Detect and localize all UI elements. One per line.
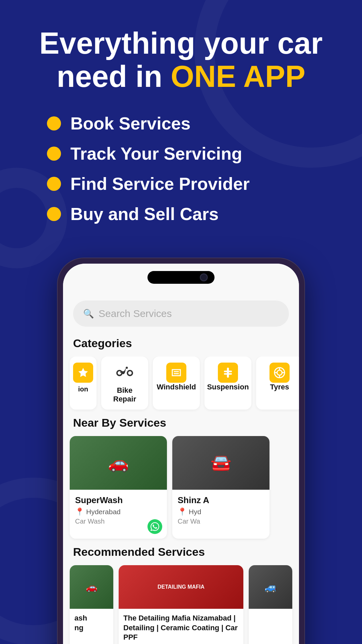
recommended-section: Recommended Services 🚗 ashng (63, 545, 299, 644)
shinz-type: Car Wa (178, 518, 264, 525)
rec-partial-img-sim: 🚗 (70, 565, 113, 609)
superwash-whatsapp-button[interactable] (147, 519, 162, 534)
bike-repair-icon (115, 363, 135, 383)
hero-section: Everything your car need in ONE APP Book… (0, 0, 362, 258)
rec-card-detailing[interactable]: DETAILING MAFIA The Detailing Mafia Niza… (119, 565, 243, 644)
recommended-scroll: 🚗 ashng (63, 565, 299, 644)
svg-rect-3 (224, 373, 232, 375)
suspension-label: Suspension (207, 383, 249, 391)
features-list: Book Services Track Your Servicing Find … (27, 113, 335, 224)
bullet-icon (47, 207, 61, 221)
third-body (249, 609, 292, 644)
feature-track-label: Track Your Servicing (70, 144, 242, 164)
bullet-icon (47, 116, 61, 130)
search-placeholder: Search Services (99, 308, 172, 319)
shinz-image: 🚘 (172, 436, 269, 490)
svg-rect-2 (224, 371, 232, 372)
category-item-bike-repair[interactable]: Bike Repair (101, 357, 148, 410)
phone-screen: 🔍 Search Services Categories (63, 264, 299, 644)
partial-label: ion (78, 385, 88, 393)
tyres-label: Tyres (270, 383, 289, 391)
bullet-icon (47, 177, 61, 191)
svg-rect-1 (227, 368, 229, 378)
shinz-name: Shinz A (178, 495, 264, 505)
shinz-location: 📍 Hyd (178, 507, 264, 516)
phone-mockup-section: 🔍 Search Services Categories (0, 258, 362, 644)
windshield-icon (166, 363, 186, 383)
categories-title: Categories (63, 337, 299, 350)
categories-scroll: ion Bike Repair (63, 357, 299, 416)
detailing-body: The Detailing Mafia Nizamabad | Detailin… (119, 609, 243, 644)
detailing-image: DETAILING MAFIA (119, 565, 243, 609)
location-pin-icon: 📍 (178, 507, 187, 516)
hero-title-line1: Everything your car (39, 26, 322, 60)
tyres-icon (269, 363, 290, 383)
svg-point-0 (126, 367, 128, 369)
search-icon: 🔍 (83, 309, 94, 319)
search-bar[interactable]: 🔍 Search Services (73, 301, 289, 327)
location-pin-icon: 📍 (75, 507, 84, 516)
rec-partial-image: 🚗 (70, 565, 113, 609)
feature-track: Track Your Servicing (47, 144, 315, 164)
superwash-location: 📍 Hyderabad (75, 507, 162, 516)
bullet-icon (47, 147, 61, 161)
hero-title-highlight: ONE APP (171, 60, 305, 93)
detailing-img-sim: DETAILING MAFIA (119, 565, 243, 609)
category-item-windshield[interactable]: Windshield (153, 357, 200, 410)
nearby-scroll: 🚗 SuperWash 📍 Hyderabad Car Wash (63, 436, 299, 545)
search-container[interactable]: 🔍 Search Services (73, 301, 289, 327)
partial-icon (73, 363, 93, 383)
feature-book-label: Book Services (70, 113, 190, 133)
hero-title: Everything your car need in ONE APP (27, 27, 335, 93)
shinz-body: Shinz A 📍 Hyd Car Wa (172, 490, 269, 539)
rec-partial-name: ashng (74, 613, 109, 633)
hero-title-line2: need in (57, 60, 171, 93)
feature-find: Find Service Provider (47, 174, 315, 194)
rec-partial-body: ashng (70, 609, 113, 644)
shinz-img-sim: 🚘 (172, 436, 269, 490)
feature-buy-label: Buy and Sell Cars (70, 204, 219, 224)
rec-card-partial[interactable]: 🚗 ashng (70, 565, 113, 644)
svg-point-5 (277, 370, 282, 375)
detailing-name: The Detailing Mafia Nizamabad | Detailin… (123, 613, 239, 642)
categories-section: Categories ion (63, 337, 299, 416)
rec-card-third[interactable]: 🚙 (249, 565, 292, 644)
windshield-label: Windshield (157, 383, 196, 391)
feature-buy: Buy and Sell Cars (47, 204, 315, 224)
feature-find-label: Find Service Provider (70, 174, 250, 194)
superwash-name: SuperWash (75, 495, 162, 505)
nearby-title: Near By Services (63, 416, 299, 429)
superwash-img-sim: 🚗 (70, 436, 167, 490)
third-img-sim: 🚙 (249, 565, 292, 609)
superwash-image: 🚗 (70, 436, 167, 490)
category-item-tyres[interactable]: Tyres (256, 357, 299, 410)
superwash-city: Hyderabad (86, 508, 121, 516)
third-image: 🚙 (249, 565, 292, 609)
dynamic-island (147, 271, 215, 284)
bike-repair-label: Bike Repair (107, 386, 143, 404)
service-card-superwash[interactable]: 🚗 SuperWash 📍 Hyderabad Car Wash (70, 436, 167, 539)
nearby-section: Near By Services 🚗 SuperWash 📍 (63, 416, 299, 545)
category-item-partial[interactable]: ion (70, 357, 97, 410)
suspension-icon (218, 363, 238, 383)
service-card-shinz[interactable]: 🚘 Shinz A 📍 Hyd Car Wa (172, 436, 269, 539)
feature-book: Book Services (47, 113, 315, 133)
shinz-city: Hyd (189, 508, 201, 516)
category-item-suspension[interactable]: Suspension (204, 357, 251, 410)
recommended-title: Recommended Services (63, 545, 299, 558)
phone-inner: 🔍 Search Services Categories (63, 264, 299, 644)
phone-outer: 🔍 Search Services Categories (57, 258, 305, 644)
